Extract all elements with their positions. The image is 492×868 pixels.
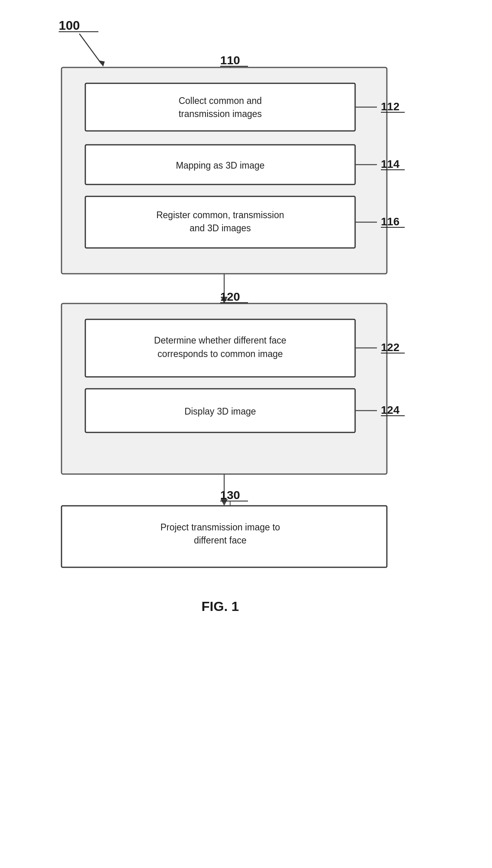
svg-text:different face: different face (194, 535, 247, 545)
diagram-svg: 100 110 112 114 116 (0, 0, 492, 868)
svg-rect-24 (85, 389, 355, 432)
svg-text:Project transmission image to: Project transmission image to (160, 522, 280, 532)
svg-text:112: 112 (381, 100, 400, 113)
svg-text:corresponds to common image: corresponds to common image (158, 349, 283, 359)
svg-marker-35 (221, 499, 228, 506)
svg-text:Collect common and: Collect common and (179, 96, 262, 106)
svg-text:Display 3D image: Display 3D image (184, 406, 256, 417)
svg-text:Register common, transmission: Register common, transmission (156, 210, 284, 220)
svg-text:130: 130 (220, 488, 240, 501)
svg-text:Determine whether different fa: Determine whether different face (154, 335, 286, 346)
svg-rect-6 (85, 145, 355, 184)
svg-text:and 3D images: and 3D images (190, 223, 251, 233)
svg-rect-22 (62, 303, 387, 474)
svg-text:transmission images: transmission images (179, 109, 262, 119)
diagram-container: 100 110 112 114 116 (0, 0, 492, 868)
svg-line-2 (79, 34, 101, 63)
svg-marker-21 (221, 297, 228, 303)
svg-text:122: 122 (381, 341, 400, 353)
svg-text:100: 100 (59, 18, 80, 33)
svg-text:Mapping as 3D image: Mapping as 3D image (176, 160, 265, 171)
svg-rect-39 (62, 506, 387, 567)
svg-rect-5 (85, 83, 355, 131)
svg-text:124: 124 (381, 404, 400, 416)
svg-marker-3 (98, 60, 105, 67)
svg-text:116: 116 (381, 215, 400, 228)
svg-text:FIG. 1: FIG. 1 (202, 599, 239, 614)
svg-text:114: 114 (381, 158, 400, 170)
svg-rect-7 (85, 196, 355, 248)
svg-rect-4 (62, 67, 387, 274)
svg-rect-23 (85, 319, 355, 377)
svg-text:120: 120 (220, 290, 240, 303)
svg-text:110: 110 (220, 54, 240, 67)
